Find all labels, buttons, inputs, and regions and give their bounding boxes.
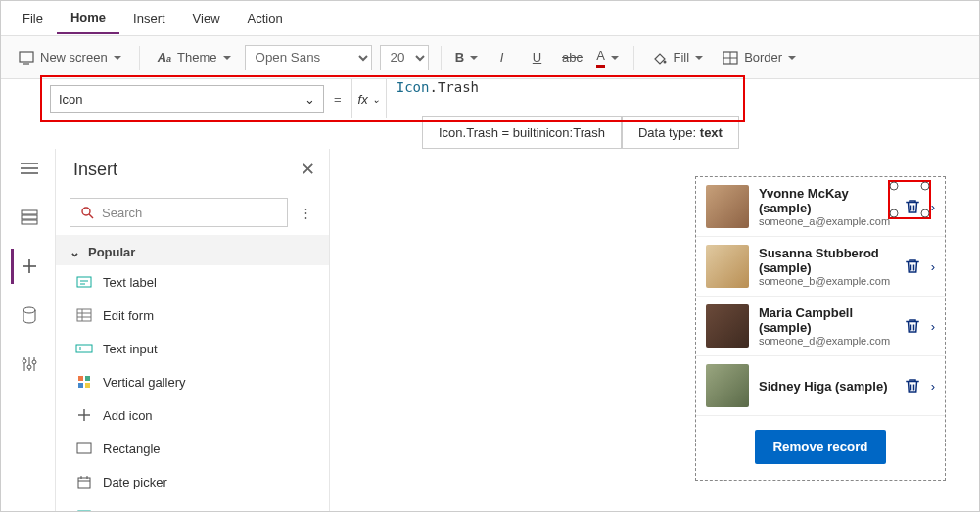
avatar (706, 304, 749, 348)
design-canvas[interactable]: Yvonne McKay (sample) someone_a@example.… (330, 149, 979, 512)
chevron-right-icon[interactable]: › (931, 259, 935, 274)
equals-label: = (334, 92, 342, 107)
underline-button[interactable]: U (524, 44, 551, 71)
theme-button[interactable]: Aa Theme (152, 50, 237, 65)
text-label-icon (75, 273, 93, 291)
bold-button[interactable]: B (453, 44, 481, 71)
font-size-select[interactable]: 20 (380, 45, 429, 70)
svg-point-48 (921, 182, 929, 190)
date-picker-icon (75, 473, 93, 490)
screen-icon (19, 51, 34, 65)
ribbon-toolbar: New screen Aa Theme Open Sans 20 B I U a… (1, 36, 979, 79)
edit-form-icon (75, 306, 93, 324)
formula-input[interactable]: Icon.Trash (397, 79, 967, 118)
insert-item-date-picker[interactable]: Date picker (56, 465, 329, 498)
main-area: Insert ✕ Search ⋮ ⌄ Popular Text label E… (1, 149, 979, 512)
svg-rect-9 (22, 210, 37, 214)
svg-rect-38 (77, 443, 91, 453)
formula-bar: Icon ⌄ = fx ⌄ Icon.Trash (1, 79, 979, 118)
trash-icon[interactable] (904, 317, 921, 335)
formula-result-value: Icon.Trash = builtinicon:Trash (422, 116, 622, 149)
border-button[interactable]: Border (717, 50, 802, 65)
person-email: someone_a@example.com (759, 215, 894, 227)
insert-item-list: Text label Edit form Text input Vertical… (56, 265, 329, 512)
insert-item-add-icon[interactable]: Add icon (56, 398, 329, 432)
button-icon (75, 506, 93, 512)
svg-rect-23 (77, 277, 91, 287)
menu-file[interactable]: File (9, 3, 57, 33)
search-input[interactable]: Search (70, 198, 288, 227)
person-name: Yvonne McKay (sample) (759, 186, 894, 215)
insert-item-text-input[interactable]: Text input (56, 332, 329, 365)
add-icon-icon (75, 406, 93, 424)
svg-rect-11 (22, 220, 37, 224)
svg-point-21 (82, 208, 90, 215)
new-screen-button[interactable]: New screen (13, 50, 127, 65)
trash-icon[interactable] (904, 198, 921, 215)
insert-section-popular[interactable]: ⌄ Popular (56, 235, 329, 265)
gallery-row[interactable]: Sidney Higa (sample) › (696, 356, 945, 416)
text-input-icon (75, 340, 93, 357)
rail-insert[interactable] (11, 249, 46, 284)
gallery-row[interactable]: Yvonne McKay (sample) someone_a@example.… (696, 177, 945, 237)
trash-icon[interactable] (904, 377, 921, 395)
border-icon (723, 51, 738, 65)
chevron-down-icon: ⌄ (304, 92, 315, 107)
avatar (706, 364, 749, 407)
remove-record-button[interactable]: Remove record (755, 430, 885, 464)
svg-line-22 (89, 214, 93, 218)
fill-button[interactable]: Fill (646, 50, 710, 65)
rail-hamburger[interactable] (11, 151, 46, 186)
svg-point-2 (663, 60, 666, 63)
svg-point-18 (27, 365, 31, 369)
italic-button[interactable]: I (489, 44, 516, 71)
font-color-button[interactable]: A (594, 44, 622, 71)
fx-button[interactable]: fx ⌄ (351, 79, 387, 118)
insert-item-text-label[interactable]: Text label (56, 265, 329, 299)
svg-rect-34 (78, 383, 83, 388)
svg-rect-33 (85, 376, 90, 381)
vertical-gallery-icon (75, 373, 93, 391)
svg-rect-30 (76, 345, 92, 352)
left-rail (1, 149, 56, 512)
svg-rect-35 (85, 383, 90, 388)
insert-item-button[interactable]: Button (56, 498, 329, 512)
insert-item-rectangle[interactable]: Rectangle (56, 432, 329, 465)
menu-view[interactable]: View (179, 3, 234, 33)
insert-item-vertical-gallery[interactable]: Vertical gallery (56, 365, 329, 398)
rail-tree-view[interactable] (11, 200, 46, 235)
rail-settings[interactable] (11, 347, 46, 382)
vertical-gallery-control[interactable]: Yvonne McKay (sample) someone_a@example.… (695, 176, 946, 481)
trash-icon[interactable] (904, 257, 921, 275)
fill-icon (652, 51, 668, 65)
svg-point-50 (921, 209, 929, 217)
property-selector[interactable]: Icon ⌄ (50, 85, 324, 113)
chevron-right-icon[interactable]: › (931, 319, 935, 334)
chevron-right-icon[interactable]: › (931, 379, 935, 394)
rail-data[interactable] (11, 298, 46, 333)
svg-rect-0 (20, 52, 33, 62)
gallery-row[interactable]: Maria Campbell (sample) someone_d@exampl… (696, 297, 945, 356)
more-options-button[interactable]: ⋮ (296, 206, 315, 220)
close-icon[interactable]: ✕ (301, 159, 315, 180)
insert-item-edit-form[interactable]: Edit form (56, 299, 329, 332)
menu-bar: File Home Insert View Action (1, 1, 979, 36)
theme-label: Theme (177, 50, 230, 65)
gallery-row[interactable]: Susanna Stubberod (sample) someone_b@exa… (696, 237, 945, 297)
person-email: someone_d@example.com (759, 335, 894, 347)
insert-panel: Insert ✕ Search ⋮ ⌄ Popular Text label E… (56, 149, 330, 512)
menu-action[interactable]: Action (234, 3, 297, 33)
svg-rect-32 (78, 376, 83, 381)
avatar (706, 245, 749, 288)
rectangle-icon (75, 440, 93, 457)
menu-home[interactable]: Home (57, 2, 119, 34)
svg-point-20 (32, 360, 36, 364)
avatar (706, 185, 749, 228)
font-name-select[interactable]: Open Sans (245, 45, 372, 70)
formula-result-bar: Icon.Trash = builtinicon:Trash Data type… (422, 116, 979, 149)
menu-insert[interactable]: Insert (119, 3, 179, 33)
theme-icon: Aa (158, 50, 171, 65)
person-email: someone_b@example.com (759, 275, 894, 287)
chevron-right-icon[interactable]: › (931, 200, 935, 214)
strikethrough-button[interactable]: abc (559, 44, 586, 71)
